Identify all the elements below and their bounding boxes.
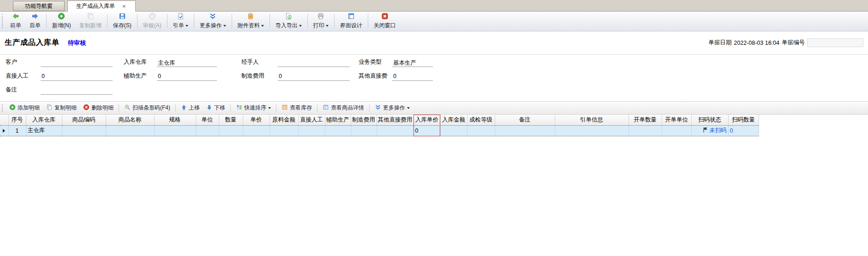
cell-unit-price-in[interactable]: 0 (413, 125, 440, 136)
more-actions-button[interactable]: 更多操作 (196, 12, 230, 30)
toolbar-separator (232, 14, 232, 28)
col-seq[interactable]: 序号 (8, 115, 26, 125)
table-row[interactable]: 1 主仓库 0 (0, 125, 759, 136)
col-scan-status[interactable]: 扫码状态 (691, 115, 728, 125)
col-direct-labor[interactable]: 直接人工 (298, 115, 325, 125)
col-product-name[interactable]: 商品名称 (106, 115, 154, 125)
next-doc-button[interactable]: 后单 (25, 12, 45, 30)
view-stock-button[interactable]: 查看库存 (278, 103, 315, 113)
cell-other-cost[interactable] (377, 125, 413, 136)
remark-label: 备注 (6, 86, 17, 94)
scan-barcode-button[interactable]: 扫描条形码(F4) (121, 103, 174, 113)
row-selector-cell[interactable] (0, 125, 8, 136)
copy-row-icon (46, 104, 53, 112)
cell-aux-prod[interactable] (325, 125, 351, 136)
cell-scan-status[interactable]: 未扫码 (691, 125, 728, 136)
col-amount-in[interactable]: 入库金额 (440, 115, 467, 125)
col-mfg-cost[interactable]: 制造费用 (351, 115, 377, 125)
cell-scan-qty[interactable]: 0 (728, 125, 759, 136)
cell-product-name[interactable] (106, 125, 154, 136)
col-unit[interactable]: 单位 (196, 115, 219, 125)
prev-arrow-icon (12, 12, 19, 21)
view-product-detail-button[interactable]: 查看商品详情 (319, 103, 367, 113)
new-button[interactable]: 新增(N) (48, 12, 75, 30)
warehouse-field[interactable]: 主仓库 (157, 58, 217, 67)
cell-material-amount[interactable] (269, 125, 298, 136)
quick-sort-button[interactable]: 快速排序 (233, 103, 274, 113)
cell-mfg-cost[interactable] (351, 125, 377, 136)
tab-nav-window[interactable]: 功能导航窗 (13, 1, 65, 11)
tab-production-receipt-label: 生产成品入库单 (76, 2, 115, 10)
col-order-unit[interactable]: 开单单位 (662, 115, 691, 125)
col-aux-prod[interactable]: 辅助生产 (325, 115, 351, 125)
grid-toolbar-grip[interactable] (2, 104, 5, 112)
cell-ref-info[interactable] (555, 125, 629, 136)
copy-detail-button[interactable]: 复制明细 (43, 103, 80, 113)
grid-more-actions-button[interactable]: 更多操作 (371, 103, 413, 113)
cell-unit[interactable] (196, 125, 219, 136)
col-inspect-grade[interactable]: 成检等级 (467, 115, 495, 125)
col-order-qty[interactable]: 开单数量 (629, 115, 662, 125)
ui-design-icon (347, 12, 355, 21)
col-ref-info[interactable]: 引单信息 (555, 115, 629, 125)
toolbar-grip[interactable] (2, 14, 5, 28)
dropdown-caret-icon (326, 25, 329, 27)
handler-field[interactable] (278, 58, 350, 67)
col-remark[interactable]: 备注 (495, 115, 555, 125)
move-up-button[interactable]: 上移 (178, 103, 203, 113)
cell-inspect-grade[interactable] (467, 125, 495, 136)
other-cost-field[interactable]: 0 (392, 72, 433, 81)
col-other-cost[interactable]: 其他直接费用 (377, 115, 413, 125)
tab-close-icon[interactable]: × (121, 3, 127, 9)
handler-label: 经手人 (241, 58, 259, 66)
remark-field[interactable] (41, 86, 113, 95)
save-button[interactable]: 保存(S) (109, 12, 136, 30)
print-button[interactable]: 打印 (309, 12, 333, 30)
add-icon (58, 12, 65, 21)
cell-remark[interactable] (495, 125, 555, 136)
move-down-button[interactable]: 下移 (203, 103, 228, 113)
grid-toolbar-separator (369, 104, 370, 112)
mfg-cost-field[interactable]: 0 (278, 72, 350, 81)
doc-date-value[interactable]: 2022-08-03 16:04 (734, 40, 779, 46)
customer-field[interactable] (41, 58, 113, 67)
col-spec[interactable]: 规格 (154, 115, 196, 125)
current-row-marker-icon (3, 129, 5, 133)
prev-doc-button[interactable]: 前单 (6, 12, 25, 30)
col-material-amount[interactable]: 原料金额 (269, 115, 298, 125)
direct-labor-label: 直接人工 (6, 72, 29, 80)
cell-warehouse[interactable]: 主仓库 (26, 125, 62, 136)
doc-number-field[interactable] (807, 38, 863, 47)
cell-direct-labor[interactable] (298, 125, 325, 136)
aux-prod-label: 辅助生产 (124, 72, 147, 80)
direct-labor-field[interactable]: 0 (41, 72, 113, 81)
cell-seq[interactable]: 1 (8, 125, 26, 136)
doc-date-label: 单据日期 (708, 39, 731, 47)
biz-type-label: 业务类型 (359, 58, 382, 66)
cell-order-unit[interactable] (662, 125, 691, 136)
col-price[interactable]: 单价 (243, 115, 269, 125)
close-window-button[interactable]: 关闭窗口 (370, 12, 400, 30)
cell-spec[interactable] (154, 125, 196, 136)
cell-qty[interactable] (219, 125, 243, 136)
tab-production-receipt[interactable]: 生产成品入库单 × (67, 0, 136, 12)
add-detail-button[interactable]: 添加明细 (6, 103, 43, 113)
delete-detail-button[interactable]: 删除明细 (80, 103, 117, 113)
cell-order-qty[interactable] (629, 125, 662, 136)
cell-price[interactable] (243, 125, 269, 136)
attachments-button[interactable]: 附件资料 (233, 12, 268, 30)
col-warehouse[interactable]: 入库仓库 (26, 115, 62, 125)
col-product-code[interactable]: 商品编码 (62, 115, 106, 125)
cell-amount-in[interactable] (440, 125, 467, 136)
biz-type-field[interactable]: 基本生产 (392, 58, 433, 67)
import-export-button[interactable]: 导入导出 (271, 12, 306, 30)
col-qty[interactable]: 数量 (219, 115, 243, 125)
pull-order-button[interactable]: 引单 (169, 12, 192, 30)
col-unit-price-in[interactable]: 入库单价 (413, 115, 440, 125)
add-row-icon (9, 104, 16, 112)
aux-prod-field[interactable]: 0 (157, 72, 217, 81)
cell-product-code[interactable] (62, 125, 106, 136)
col-scan-qty[interactable]: 扫码数量 (728, 115, 759, 125)
more-row-actions-icon (375, 104, 381, 112)
ui-design-button[interactable]: 界面设计 (336, 12, 366, 30)
